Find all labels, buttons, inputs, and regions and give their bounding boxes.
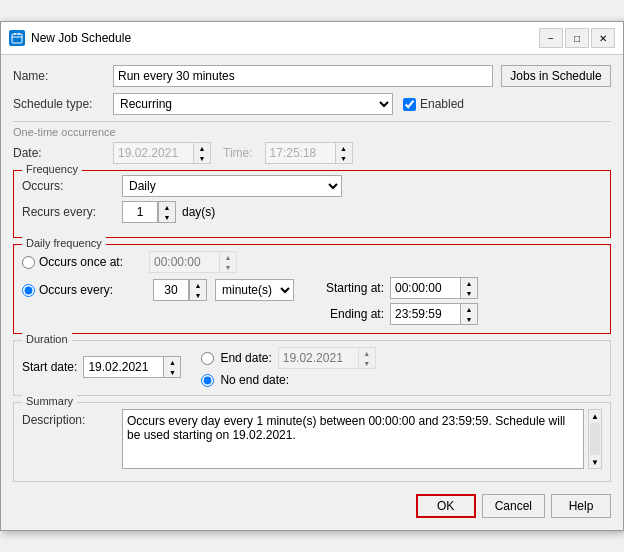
starting-at-down[interactable]: ▼ xyxy=(461,288,477,298)
recurs-down-button[interactable]: ▼ xyxy=(159,212,175,222)
scroll-thumb xyxy=(590,423,600,455)
help-button[interactable]: Help xyxy=(551,494,611,518)
end-date-spin[interactable]: ▲ ▼ xyxy=(358,347,376,369)
occurs-row: Occurs: Daily Weekly Monthly xyxy=(22,175,602,197)
end-date-label: End date: xyxy=(220,351,271,365)
occurs-every-spin-buttons[interactable]: ▲ ▼ xyxy=(189,279,207,301)
frequency-title: Frequency xyxy=(22,163,82,175)
start-date-label: Start date: xyxy=(22,360,77,374)
occurs-once-input[interactable] xyxy=(149,251,219,273)
occurs-once-radio[interactable] xyxy=(22,256,35,269)
svg-rect-0 xyxy=(12,34,22,43)
ending-at-input[interactable] xyxy=(390,303,460,325)
ending-at-label: Ending at: xyxy=(314,307,384,321)
title-bar: New Job Schedule − □ ✕ xyxy=(1,22,623,55)
date-up-button[interactable]: ▲ xyxy=(194,143,210,153)
recurs-every-label: Recurs every: xyxy=(22,205,122,219)
occurs-select[interactable]: Daily Weekly Monthly xyxy=(122,175,342,197)
window-title: New Job Schedule xyxy=(31,31,131,45)
duration-row: Start date: ▲ ▼ End date: xyxy=(22,347,602,387)
end-date-row: End date: ▲ ▼ xyxy=(201,347,375,369)
name-label: Name: xyxy=(13,69,113,83)
start-date-down[interactable]: ▼ xyxy=(164,367,180,377)
end-date-radio[interactable] xyxy=(201,352,214,365)
date-time-row: Date: ▲ ▼ Time: ▲ ▼ xyxy=(13,142,611,164)
time-spinner[interactable]: ▲ ▼ xyxy=(335,142,353,164)
close-button[interactable]: ✕ xyxy=(591,28,615,48)
ok-button[interactable]: OK xyxy=(416,494,476,518)
end-date-up[interactable]: ▲ xyxy=(359,348,375,358)
scroll-up-button[interactable]: ▲ xyxy=(589,410,601,422)
time-label: Time: xyxy=(223,146,253,160)
frequency-section: Frequency Occurs: Daily Weekly Monthly R… xyxy=(13,170,611,238)
date-label: Date: xyxy=(13,146,113,160)
ending-at-row: Ending at: ▲ ▼ xyxy=(314,303,478,325)
description-scrollbar[interactable]: ▲ ▼ xyxy=(588,409,602,469)
starting-at-spin[interactable]: ▲ ▼ xyxy=(460,277,478,299)
start-date-spin[interactable]: ▲ ▼ xyxy=(163,356,181,378)
occurs-every-up[interactable]: ▲ xyxy=(190,280,206,290)
date-down-button[interactable]: ▼ xyxy=(194,153,210,163)
occurs-every-row: Occurs every: ▲ ▼ minute(s) hour(s) seco… xyxy=(22,277,602,325)
start-date-group: Start date: ▲ ▼ xyxy=(22,356,181,378)
date-input[interactable] xyxy=(113,142,193,164)
title-controls: − □ ✕ xyxy=(539,28,615,48)
one-time-title: One-time occurrence xyxy=(13,121,611,138)
schedule-type-label: Schedule type: xyxy=(13,97,113,111)
occurs-every-label: Occurs every: xyxy=(39,283,149,297)
jobs-in-schedule-button[interactable]: Jobs in Schedule xyxy=(501,65,611,87)
end-date-down[interactable]: ▼ xyxy=(359,358,375,368)
recurs-every-spin-buttons[interactable]: ▲ ▼ xyxy=(158,201,176,223)
occurs-every-radio[interactable] xyxy=(22,284,35,297)
time-down-button[interactable]: ▼ xyxy=(336,153,352,163)
start-end-section: Starting at: ▲ ▼ Ending at: xyxy=(314,277,478,325)
end-date-group: End date: ▲ ▼ No end date: xyxy=(201,347,375,387)
ending-at-spin[interactable]: ▲ ▼ xyxy=(460,303,478,325)
time-input[interactable] xyxy=(265,142,335,164)
description-textarea[interactable]: Occurs every day every 1 minute(s) betwe… xyxy=(122,409,584,469)
duration-section: Duration Start date: ▲ ▼ xyxy=(13,340,611,396)
minimize-button[interactable]: − xyxy=(539,28,563,48)
occurs-every-down[interactable]: ▼ xyxy=(190,290,206,300)
occurs-every-spinner: ▲ ▼ xyxy=(153,279,207,301)
schedule-type-row: Schedule type: Recurring One Time Enable… xyxy=(13,93,611,115)
recurs-every-row: Recurs every: ▲ ▼ day(s) xyxy=(22,201,602,223)
starting-at-label: Starting at: xyxy=(314,281,384,295)
no-end-date-radio[interactable] xyxy=(201,374,214,387)
starting-at-row: Starting at: ▲ ▼ xyxy=(314,277,478,299)
occurs-every-input[interactable] xyxy=(153,279,189,301)
starting-at-up[interactable]: ▲ xyxy=(461,278,477,288)
maximize-button[interactable]: □ xyxy=(565,28,589,48)
start-date-up[interactable]: ▲ xyxy=(164,357,180,367)
occurs-once-down[interactable]: ▼ xyxy=(220,262,236,272)
enabled-label: Enabled xyxy=(420,97,464,111)
occurs-every-unit-select[interactable]: minute(s) hour(s) second(s) xyxy=(215,279,294,301)
recurs-unit-label: day(s) xyxy=(182,205,215,219)
recurs-every-spinner: ▲ ▼ xyxy=(122,201,176,223)
date-spinner[interactable]: ▲ ▼ xyxy=(193,142,211,164)
name-input[interactable] xyxy=(113,65,493,87)
no-end-date-label: No end date: xyxy=(220,373,289,387)
ending-at-up[interactable]: ▲ xyxy=(461,304,477,314)
end-date-input[interactable] xyxy=(278,347,358,369)
occurs-once-label: Occurs once at: xyxy=(39,255,149,269)
cancel-button[interactable]: Cancel xyxy=(482,494,545,518)
description-area: Occurs every day every 1 minute(s) betwe… xyxy=(122,409,602,469)
start-date-input[interactable] xyxy=(83,356,163,378)
occurs-once-spin[interactable]: ▲ ▼ xyxy=(219,251,237,273)
name-actions: Jobs in Schedule xyxy=(113,65,611,87)
occurs-once-up[interactable]: ▲ xyxy=(220,252,236,262)
starting-at-input[interactable] xyxy=(390,277,460,299)
schedule-type-select[interactable]: Recurring One Time xyxy=(113,93,393,115)
time-up-button[interactable]: ▲ xyxy=(336,143,352,153)
recurs-up-button[interactable]: ▲ xyxy=(159,202,175,212)
enabled-checkbox[interactable] xyxy=(403,98,416,111)
recurs-every-input[interactable] xyxy=(122,201,158,223)
daily-frequency-section: Daily frequency Occurs once at: ▲ ▼ Occu… xyxy=(13,244,611,334)
scroll-down-button[interactable]: ▼ xyxy=(589,456,601,468)
duration-title: Duration xyxy=(22,333,72,345)
ending-at-down[interactable]: ▼ xyxy=(461,314,477,324)
description-label: Description: xyxy=(22,409,122,427)
summary-section: Summary Description: Occurs every day ev… xyxy=(13,402,611,482)
one-time-section: One-time occurrence Date: ▲ ▼ Time: xyxy=(13,121,611,164)
